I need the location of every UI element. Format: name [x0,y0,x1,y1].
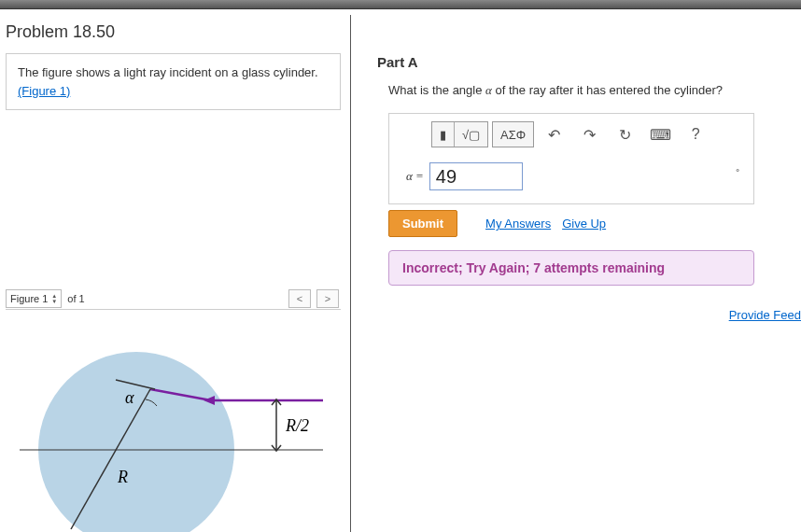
question-pre: What is the angle [388,83,485,97]
help-button[interactable]: ? [682,121,710,147]
figure-prev-button[interactable]: < [288,289,311,308]
equation-toolbar: ▮ √▢ ΑΣΦ ↶ ↷ ↻ ⌨ ? [397,121,746,147]
submit-button[interactable]: Submit [388,210,457,237]
answer-input[interactable] [429,162,523,190]
reset-button[interactable]: ↻ [611,121,639,147]
problem-title: Problem 18.50 [6,22,341,42]
reset-icon: ↻ [619,126,631,144]
window-topbar [0,0,801,9]
figure-panel: Figure 1 ▲▼ of 1 < > [6,287,341,532]
redo-button[interactable]: ↷ [575,121,603,147]
main-content: Problem 18.50 The figure shows a light r… [0,9,801,532]
degree-unit: ∘ [735,164,740,175]
figure-svg: α R R/2 [6,310,342,532]
fraction-root-icon: √▢ [462,128,480,142]
right-column: Part A What is the angle α of the ray af… [351,9,801,532]
greek-icon: ΑΣΦ [500,128,526,142]
fraction-root-button[interactable]: √▢ [454,122,487,147]
answer-label: α = [406,169,424,184]
help-icon: ? [692,126,700,143]
question-text: What is the angle α of the ray after it … [388,83,801,98]
rhalf-label: R/2 [285,416,309,435]
alpha-label: α [125,388,134,407]
r-label: R [117,468,128,486]
figure-count: of 1 [67,293,84,304]
give-up-link[interactable]: Give Up [562,217,606,231]
figure-header: Figure 1 ▲▼ of 1 < > [6,287,341,310]
keyboard-button[interactable]: ⌨ [646,121,674,147]
template-icon: ▮ [440,128,446,142]
figure-selector-label: Figure 1 [10,293,48,304]
answer-row: α = [397,162,746,190]
prompt-text: The figure shows a light ray incident on… [18,65,318,79]
figure-next-button[interactable]: > [316,289,339,308]
cylinder-circle [38,352,234,532]
feedback-message: Incorrect; Try Again; 7 attempts remaini… [388,250,754,286]
left-column: Problem 18.50 The figure shows a light r… [0,9,350,532]
figure-canvas: α R R/2 [6,310,341,532]
question-post: of the ray after it has entered the cyli… [492,83,723,97]
template-button[interactable]: ▮ [432,122,454,147]
undo-icon: ↶ [548,126,560,144]
my-answers-link[interactable]: My Answers [485,217,551,231]
figure-link[interactable]: (Figure 1) [18,84,70,98]
figure-selector[interactable]: Figure 1 ▲▼ [6,289,62,308]
question-var: α [485,83,492,97]
undo-button[interactable]: ↶ [540,121,568,147]
action-row: Submit My Answers Give Up [388,210,801,237]
provide-feedback-link[interactable]: Provide Feed [729,308,801,322]
answer-box: ▮ √▢ ΑΣΦ ↶ ↷ ↻ ⌨ ? α = ∘ [388,113,754,204]
keyboard-icon: ⌨ [650,126,671,144]
problem-prompt: The figure shows a light ray incident on… [6,53,341,110]
part-label: Part A [377,54,801,70]
greek-letters-button[interactable]: ΑΣΦ [493,122,533,147]
stepper-icon: ▲▼ [51,293,57,304]
redo-icon: ↷ [583,126,596,144]
